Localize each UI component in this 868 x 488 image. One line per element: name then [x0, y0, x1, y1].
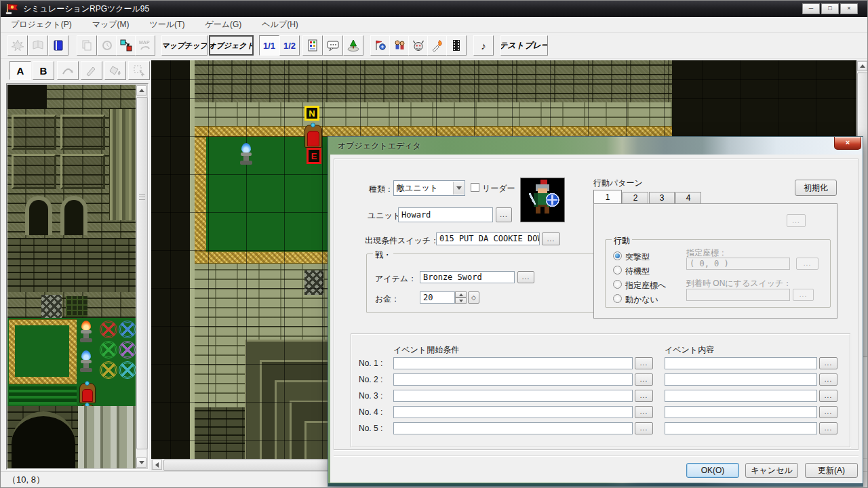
party-button[interactable]: [389, 35, 410, 56]
event-condition-browse-2[interactable]: ...: [635, 373, 653, 386]
palette-lattice-tile[interactable]: [66, 296, 87, 317]
event-condition-field-1[interactable]: [393, 357, 633, 369]
palette-arch-tile[interactable]: [60, 196, 87, 235]
palette-white-pillar-tile[interactable]: [78, 406, 136, 468]
event-condition-field-4[interactable]: [393, 406, 633, 418]
palette-stairs-tile[interactable]: [9, 386, 77, 405]
item-browse-button[interactable]: ...: [517, 271, 534, 283]
zoom-half-button[interactable]: 1/2: [279, 35, 300, 56]
map-move-button[interactable]: MAP: [135, 35, 155, 56]
ok-button[interactable]: OK(O): [686, 463, 739, 478]
database-button[interactable]: [302, 35, 323, 56]
appear-switch-browse-button[interactable]: ...: [542, 232, 560, 245]
pattern-tab-2[interactable]: 2: [623, 192, 648, 203]
close-button[interactable]: ×: [840, 3, 858, 14]
palette-blue-torch-tile[interactable]: [79, 350, 94, 373]
palette-scroll-up-button[interactable]: [136, 85, 146, 96]
save-button[interactable]: [48, 35, 68, 56]
money-field[interactable]: 20: [420, 291, 455, 304]
menu-tool[interactable]: ツール(T): [140, 19, 195, 30]
unit-type-select[interactable]: 敵ユニット: [393, 180, 465, 196]
palette-magic-circle-blue[interactable]: [119, 321, 136, 338]
event-content-browse-1[interactable]: ...: [819, 357, 837, 369]
event-content-browse-5[interactable]: ...: [819, 422, 837, 434]
palette-magic-circle-cyan[interactable]: [119, 361, 136, 379]
event-content-field-3[interactable]: [665, 390, 817, 402]
palette-blank-tile[interactable]: [7, 85, 47, 109]
event-content-browse-3[interactable]: ...: [819, 390, 837, 402]
zoom-full-button[interactable]: 1/1: [259, 35, 279, 56]
testplay-button[interactable]: テストプレー: [500, 35, 548, 56]
map-scroll-up-button[interactable]: [857, 61, 867, 71]
palette-magic-circle-purple[interactable]: [119, 341, 136, 359]
layer-b-button[interactable]: B: [33, 61, 54, 80]
palette-scroll-down-button[interactable]: [136, 458, 146, 468]
palette-magic-circle-yellow[interactable]: [100, 361, 117, 379]
message-button[interactable]: [323, 35, 343, 56]
item-field[interactable]: Bronze Sword: [420, 271, 515, 283]
layer-a-button[interactable]: A: [9, 61, 31, 80]
event-condition-field-2[interactable]: [393, 373, 633, 386]
chevron-down-icon[interactable]: [453, 182, 464, 195]
chip-swap-button[interactable]: [116, 35, 136, 56]
radio-goto-coord[interactable]: [613, 280, 622, 289]
copy-button[interactable]: [77, 35, 97, 56]
new-map-button[interactable]: [7, 35, 28, 56]
throne-sprite[interactable]: [304, 125, 322, 148]
history-button[interactable]: [97, 35, 117, 56]
menu-project[interactable]: プロジェクト(P): [1, 19, 82, 30]
unit-name-field[interactable]: Howard: [398, 207, 493, 222]
pattern-tab-4[interactable]: 4: [675, 192, 701, 203]
npc-unit-marker[interactable]: N: [304, 106, 319, 121]
arrive-switch-browse-button[interactable]: ...: [793, 289, 814, 301]
music-button[interactable]: ♪: [473, 35, 494, 56]
cancel-button[interactable]: キャンセル: [745, 463, 798, 478]
palette-wall-panel[interactable]: [12, 154, 56, 189]
palette-wall-panel[interactable]: [60, 154, 105, 189]
mapchip-mode-button[interactable]: マップチップ: [161, 35, 208, 56]
pattern-browse-button[interactable]: ...: [787, 214, 806, 227]
money-extra-button[interactable]: ◇: [468, 291, 479, 304]
palette-red-torch-tile[interactable]: [79, 321, 94, 344]
unit-button[interactable]: [370, 35, 391, 56]
pattern-tab-3[interactable]: 3: [649, 192, 675, 203]
palette-scrollbar[interactable]: [136, 85, 147, 468]
arrive-switch-field[interactable]: [686, 289, 790, 301]
radio-no-move[interactable]: [613, 294, 622, 303]
spin-down-icon[interactable]: [455, 298, 467, 304]
curve-tool-button[interactable]: [57, 61, 79, 80]
update-button[interactable]: 更新(A): [805, 463, 858, 478]
radio-charge-type[interactable]: [613, 251, 622, 260]
palette-spikes-tile[interactable]: [41, 295, 62, 318]
pen-tool-button[interactable]: [81, 61, 102, 80]
palette-gold-room-tile[interactable]: [9, 319, 77, 384]
map-scroll-left-button[interactable]: [152, 460, 162, 470]
event-content-browse-2[interactable]: ...: [819, 373, 837, 386]
event-content-field-4[interactable]: [665, 406, 817, 418]
palette-brick-tile[interactable]: [7, 238, 136, 292]
initialize-button[interactable]: 初期化: [795, 180, 837, 196]
palette-pillar-tile[interactable]: [109, 109, 136, 220]
select-tool-button[interactable]: [128, 61, 150, 80]
event-content-browse-4[interactable]: ...: [819, 406, 837, 418]
effect-button[interactable]: [427, 35, 448, 56]
menu-game[interactable]: ゲーム(G): [195, 19, 252, 30]
minimize-button[interactable]: ─: [802, 3, 820, 14]
palette-magic-circle-red[interactable]: [100, 321, 117, 338]
event-content-field-1[interactable]: [665, 357, 817, 369]
spin-up-icon[interactable]: [455, 291, 467, 298]
coord-field[interactable]: ( 0, 0 ): [686, 258, 790, 270]
enemy-unit-marker[interactable]: E: [307, 148, 321, 164]
palette-scroll-thumb[interactable]: [136, 97, 148, 449]
event-content-field-5[interactable]: [665, 422, 817, 434]
appear-switch-field[interactable]: 015 PUT DA COOKIE DOWN: [436, 232, 540, 245]
event-condition-browse-4[interactable]: ...: [635, 406, 653, 418]
event-condition-field-3[interactable]: [393, 390, 633, 402]
radio-wait-type[interactable]: [613, 266, 622, 274]
pattern-tab-1[interactable]: 1: [593, 190, 622, 203]
palette-wall-panel[interactable]: [12, 115, 56, 150]
palette-arch-tile[interactable]: [25, 196, 52, 235]
coord-browse-button[interactable]: ...: [796, 258, 818, 270]
fill-tool-button[interactable]: [104, 61, 126, 80]
event-condition-browse-1[interactable]: ...: [635, 357, 653, 369]
